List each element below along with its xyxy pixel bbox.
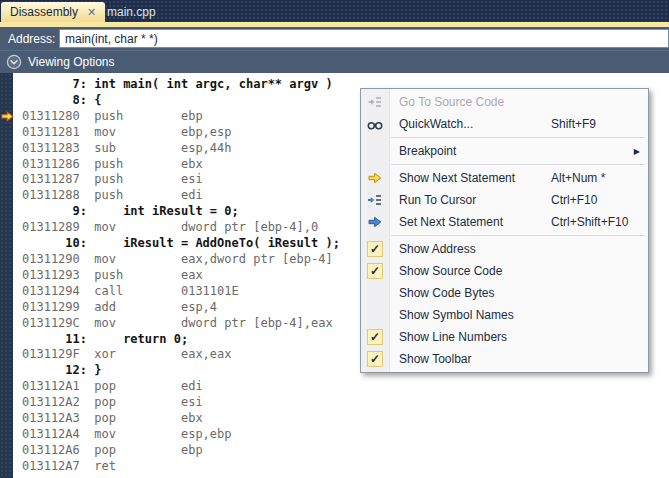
disassembly-window: Disassembly ✕ main.cpp Address: Viewing … — [0, 0, 669, 478]
checkbox-checked-icon: ✓ — [361, 348, 389, 370]
menu-item-breakpoint[interactable]: Breakpoint▶ — [361, 140, 648, 162]
submenu-arrow-icon: ▶ — [634, 147, 640, 156]
menu-item-shortcut: Shift+F9 — [551, 117, 596, 131]
menu-item-show-next-statement[interactable]: Show Next StatementAlt+Num * — [361, 167, 648, 189]
menu-item-go-to-source-code: Go To Source Code — [361, 91, 648, 113]
address-label: Address: — [8, 27, 55, 50]
menu-item-shortcut: Alt+Num * — [551, 171, 605, 185]
menu-item-label: Show Symbol Names — [399, 308, 514, 322]
menu-icon-placeholder — [361, 140, 389, 162]
menu-icon-placeholder — [361, 282, 389, 304]
tab-label: Disassembly — [10, 5, 78, 19]
menu-item-label: Show Toolbar — [399, 352, 472, 366]
menu-item-show-line-numbers[interactable]: ✓Show Line Numbers — [361, 326, 648, 348]
tab-disassembly[interactable]: Disassembly ✕ — [1, 2, 105, 22]
menu-item-label: Breakpoint — [399, 144, 456, 158]
menu-item-show-code-bytes[interactable]: Show Code Bytes — [361, 282, 648, 304]
menu-item-shortcut: Ctrl+Shift+F10 — [551, 215, 628, 229]
menu-item-show-symbol-names[interactable]: Show Symbol Names — [361, 304, 648, 326]
menu-item-shortcut: Ctrl+F10 — [551, 193, 597, 207]
menu-item-quickwatch[interactable]: QuickWatch...Shift+F9 — [361, 113, 648, 135]
code-line-asm[interactable]: 013112A6 pop ebp — [22, 443, 669, 459]
menu-separator — [391, 164, 645, 165]
checkbox-checked-icon: ✓ — [361, 238, 389, 260]
menu-item-label: Show Code Bytes — [399, 286, 494, 300]
menu-item-show-toolbar[interactable]: ✓Show Toolbar — [361, 348, 648, 370]
checkbox-checked-icon: ✓ — [361, 260, 389, 282]
menu-item-show-address[interactable]: ✓Show Address — [361, 238, 648, 260]
menu-icon-placeholder — [361, 304, 389, 326]
menu-item-label: QuickWatch... — [399, 117, 473, 131]
menu-item-run-to-cursor[interactable]: Run To CursorCtrl+F10 — [361, 189, 648, 211]
set-next-statement-icon — [361, 211, 389, 233]
tab-label: main.cpp — [107, 5, 156, 19]
quickwatch-icon — [361, 113, 389, 135]
checkbox-checked-icon: ✓ — [361, 326, 389, 348]
show-next-statement-icon — [361, 167, 389, 189]
menu-separator — [391, 235, 645, 236]
context-menu: Go To Source Code QuickWatch...Shift+F9B… — [360, 88, 649, 373]
run-to-cursor-icon — [361, 189, 389, 211]
menu-separator — [391, 137, 645, 138]
viewing-options-bar: Viewing Options — [0, 50, 669, 73]
code-line-asm[interactable]: 013112A7 ret — [22, 459, 669, 475]
menu-item-label: Run To Cursor — [399, 193, 476, 207]
address-toolbar: Address: — [0, 27, 669, 50]
menu-item-show-source-code[interactable]: ✓Show Source Code — [361, 260, 648, 282]
code-line-asm[interactable]: 013112A1 pop edi — [22, 379, 669, 395]
menu-item-label: Show Line Numbers — [399, 330, 507, 344]
menu-item-label: Go To Source Code — [399, 95, 504, 109]
menu-item-label: Show Source Code — [399, 264, 502, 278]
viewing-options-label[interactable]: Viewing Options — [28, 51, 115, 73]
menu-item-set-next-statement[interactable]: Set Next StatementCtrl+Shift+F10 — [361, 211, 648, 233]
menu-item-label: Show Next Statement — [399, 171, 515, 185]
breakpoint-gutter[interactable] — [0, 73, 13, 478]
code-line-asm[interactable]: 013112A3 pop ebx — [22, 411, 669, 427]
address-input[interactable] — [59, 29, 669, 48]
menu-item-label: Set Next Statement — [399, 215, 503, 229]
code-line-asm[interactable]: 013112A4 mov esp,ebp — [22, 427, 669, 443]
close-icon[interactable]: ✕ — [87, 7, 96, 18]
chevron-down-icon[interactable] — [6, 54, 22, 70]
menu-item-label: Show Address — [399, 242, 476, 256]
go-to-source-code-icon — [361, 91, 389, 113]
tab-strip: Disassembly ✕ main.cpp — [0, 0, 669, 22]
tab-main-cpp[interactable]: main.cpp — [96, 2, 167, 22]
code-line-asm[interactable]: 013112A2 pop esi — [22, 395, 669, 411]
